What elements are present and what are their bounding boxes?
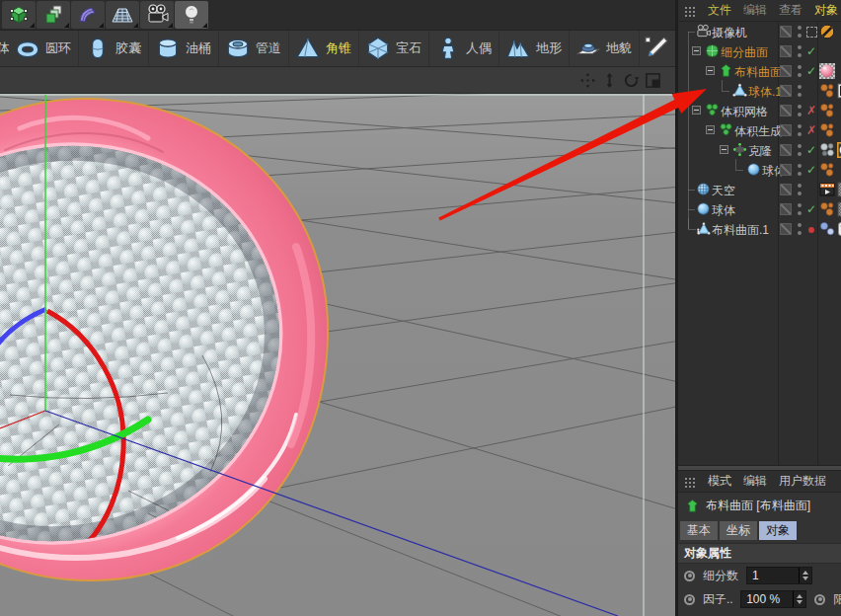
enabled-check-icon[interactable]: ✓ bbox=[804, 201, 818, 217]
orange-selection-tag[interactable] bbox=[819, 103, 835, 118]
attr-menu-userdata[interactable]: 用户数据 bbox=[773, 473, 832, 490]
bw-texture-tag[interactable] bbox=[837, 83, 841, 99]
bend-deformer-button[interactable] bbox=[71, 1, 105, 29]
enabled-check-icon[interactable]: ✓ bbox=[804, 43, 818, 59]
object-row-volume-mesh[interactable]: 体积网格 ✗ bbox=[678, 101, 841, 120]
attr-menu-edit[interactable]: 编辑 bbox=[737, 473, 773, 490]
enabled-check-icon[interactable]: ✓ bbox=[804, 63, 818, 79]
object-row-cloth-surface[interactable]: 布料曲面 ✓ bbox=[678, 61, 841, 81]
object-row-camera[interactable]: 摄像机 bbox=[678, 22, 841, 41]
spinner[interactable] bbox=[799, 568, 811, 583]
viewport-3d[interactable] bbox=[0, 94, 675, 616]
object-row-volume-builder[interactable]: 体积生成 ✗ bbox=[678, 120, 841, 140]
object-row-cloner[interactable]: 克隆 ✓ bbox=[678, 140, 841, 160]
disabled-cross-icon[interactable]: ✗ bbox=[804, 122, 818, 138]
visibility-dots[interactable] bbox=[798, 105, 802, 116]
primitive-pyramid[interactable]: 角锥 bbox=[289, 31, 359, 67]
rotate-icon[interactable] bbox=[623, 72, 640, 89]
keyframe-circle-icon[interactable] bbox=[684, 594, 695, 605]
collapse-toggle[interactable] bbox=[706, 66, 715, 75]
subdivisions-input[interactable]: 1 bbox=[746, 567, 812, 584]
pink-material-tag[interactable] bbox=[819, 63, 835, 79]
visibility-dots[interactable] bbox=[798, 65, 802, 77]
object-row-subdivision-surface[interactable]: 细分曲面 ✓ bbox=[678, 41, 841, 61]
layer-toggle[interactable] bbox=[780, 164, 792, 176]
compositing-tag[interactable] bbox=[819, 182, 835, 197]
object-row-sphere-1[interactable]: 球体.1 bbox=[678, 81, 841, 101]
tab-coordinates[interactable]: 坐标 bbox=[720, 521, 757, 540]
object-row-sphere-child[interactable]: 球体 ✓ bbox=[678, 160, 841, 180]
tab-basic[interactable]: 基本 bbox=[680, 521, 718, 540]
dice-tag[interactable] bbox=[837, 221, 841, 237]
primitive-gem[interactable]: 宝石 bbox=[359, 31, 429, 67]
model-cube-button[interactable] bbox=[2, 1, 36, 29]
maximize-view-icon[interactable] bbox=[645, 72, 661, 89]
layer-toggle[interactable] bbox=[780, 45, 792, 57]
blue-selection-tag[interactable] bbox=[819, 221, 835, 237]
collapse-toggle[interactable] bbox=[692, 106, 701, 115]
primitive-figure[interactable]: 人偶 bbox=[429, 31, 499, 67]
pan-icon[interactable] bbox=[579, 72, 596, 89]
layer-toggle[interactable] bbox=[780, 203, 792, 215]
floor-plane-button[interactable] bbox=[106, 1, 139, 29]
visibility-dots[interactable] bbox=[798, 124, 802, 136]
layer-toggle[interactable] bbox=[780, 223, 792, 235]
object-row-sphere[interactable]: 球体 ✓ bbox=[678, 199, 841, 219]
spinner[interactable] bbox=[793, 591, 805, 607]
light-button[interactable] bbox=[175, 1, 208, 29]
no-entry-tag[interactable] bbox=[819, 24, 835, 39]
enabled-check-icon[interactable]: ✓ bbox=[804, 162, 818, 178]
visibility-dots[interactable] bbox=[798, 203, 802, 215]
attr-menu-mode[interactable]: 模式 bbox=[702, 473, 737, 490]
camera-button[interactable] bbox=[140, 1, 174, 29]
om-menu-edit[interactable]: 编辑 bbox=[737, 2, 773, 19]
layer-toggle[interactable] bbox=[780, 65, 792, 77]
noise-material-tag[interactable] bbox=[837, 182, 841, 197]
panel-grip-icon[interactable] bbox=[683, 5, 696, 17]
visibility-dots[interactable] bbox=[798, 223, 802, 235]
primitive-torus[interactable]: 圆环 bbox=[9, 31, 79, 67]
camera-link-icon[interactable] bbox=[804, 24, 818, 39]
object-row-cloth-surface-1[interactable]: 布料曲面.1 bbox=[678, 219, 841, 239]
panel-grip-icon[interactable] bbox=[683, 476, 696, 488]
visibility-dots[interactable] bbox=[798, 144, 802, 156]
primitive-capsule[interactable]: 胶囊 bbox=[79, 31, 149, 67]
layer-toggle[interactable] bbox=[780, 85, 792, 97]
enabled-check-icon[interactable]: ✓ bbox=[804, 142, 818, 158]
orange-selection-tag[interactable] bbox=[819, 201, 835, 217]
om-menu-object[interactable]: 对象 bbox=[808, 2, 841, 19]
layer-toggle[interactable] bbox=[780, 105, 792, 116]
visibility-dots[interactable] bbox=[798, 164, 802, 176]
selected-white-material-tag[interactable] bbox=[837, 142, 841, 158]
orange-selection-tag[interactable] bbox=[819, 83, 835, 99]
om-menu-file[interactable]: 文件 bbox=[702, 2, 737, 19]
collapse-toggle[interactable] bbox=[692, 46, 701, 55]
primitive-relief[interactable]: 地貌 bbox=[570, 31, 640, 67]
visibility-dots[interactable] bbox=[798, 45, 802, 57]
noise-material-tag[interactable] bbox=[837, 201, 841, 217]
layer-toggle[interactable] bbox=[780, 124, 792, 136]
disabled-dot-icon[interactable] bbox=[804, 221, 818, 237]
tab-object[interactable]: 对象 bbox=[759, 521, 797, 540]
primitive-tube[interactable]: 管道 bbox=[219, 31, 289, 67]
collapse-toggle[interactable] bbox=[706, 125, 715, 134]
layer-toggle[interactable] bbox=[780, 184, 792, 195]
primitive-oiltank[interactable]: 油桶 bbox=[149, 31, 219, 67]
collapse-toggle[interactable] bbox=[720, 145, 728, 154]
gray-selection-tag[interactable] bbox=[819, 142, 835, 158]
disabled-cross-icon[interactable]: ✗ bbox=[804, 103, 818, 118]
primitive-landscape[interactable]: 地形 bbox=[499, 31, 570, 67]
keyframe-circle-icon[interactable] bbox=[684, 571, 695, 581]
zoom-icon[interactable] bbox=[601, 72, 618, 89]
visibility-dots[interactable] bbox=[798, 85, 802, 97]
visibility-dots[interactable] bbox=[798, 26, 802, 38]
keyframe-circle-icon[interactable] bbox=[814, 594, 825, 605]
om-menu-view[interactable]: 查看 bbox=[773, 2, 808, 19]
factor-input[interactable]: 100 % bbox=[740, 590, 806, 608]
layer-toggle[interactable] bbox=[780, 144, 792, 156]
visibility-dots[interactable] bbox=[798, 184, 802, 195]
array-duplicates-button[interactable] bbox=[37, 1, 70, 29]
layer-toggle[interactable] bbox=[780, 26, 792, 38]
object-row-sky[interactable]: 天空 bbox=[678, 180, 841, 199]
orange-selection-tag[interactable] bbox=[819, 122, 835, 138]
